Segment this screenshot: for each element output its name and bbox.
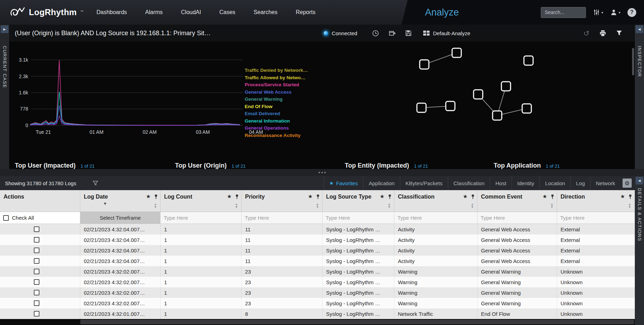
add-to-dashboard-button[interactable] <box>389 30 395 37</box>
inspector-toggle-button[interactable]: ◀ <box>636 25 643 33</box>
brand[interactable]: LogRhythm™ <box>0 6 91 18</box>
panel-resize-handle[interactable] <box>0 169 644 176</box>
grid-tab-location[interactable]: Location <box>539 176 570 190</box>
star-icon[interactable]: ★ <box>463 193 468 200</box>
log-row[interactable]: 02/21/2023 4:32:02.007…123Syslog - LogRh… <box>0 266 635 277</box>
row-checkbox[interactable] <box>34 311 39 317</box>
grid-tab-kbytes-packets[interactable]: KBytes/Packets <box>400 176 448 190</box>
graph-node[interactable] <box>501 82 511 91</box>
horizontal-scrollbar[interactable] <box>0 319 635 325</box>
sort-arrows[interactable]: ▲▼ <box>235 203 238 208</box>
filter-input[interactable]: Type Here <box>394 212 477 224</box>
pin-icon[interactable] <box>550 194 555 199</box>
user-menu-button[interactable]: ▾ <box>610 9 620 16</box>
filter-button[interactable] <box>616 30 622 36</box>
time-range-button[interactable] <box>372 30 379 37</box>
row-checkbox[interactable] <box>34 226 39 232</box>
nav-item-cloudai[interactable]: CloudAI <box>181 9 201 15</box>
graph-node[interactable] <box>420 60 429 69</box>
log-row[interactable]: 02/21/2023 4:32:02.007…123Syslog - LogRh… <box>0 298 635 308</box>
filter-input[interactable]: Type Here <box>477 212 557 224</box>
row-checkbox[interactable] <box>34 279 39 285</box>
log-row[interactable]: 02/21/2023 4:32:04.007…111Syslog - LogRh… <box>0 245 635 256</box>
details-actions-panel-tab[interactable]: ◀ DETAILS & ACTIONS <box>635 176 644 325</box>
graph-node[interactable] <box>524 56 533 65</box>
graph-node[interactable] <box>522 104 531 113</box>
grid-tab-host[interactable]: Host <box>490 176 512 190</box>
column-header-log-source-type[interactable]: Log Source Type★▲▼ <box>323 190 394 212</box>
nav-item-cases[interactable]: Cases <box>219 9 235 15</box>
column-header-log-count[interactable]: Log Count★▲▼ <box>161 190 242 212</box>
pin-icon[interactable] <box>316 194 320 199</box>
legend-item-general-information[interactable]: General Information <box>245 118 308 125</box>
preferences-button[interactable]: ▾ <box>593 9 603 16</box>
grid-filter-button[interactable] <box>93 181 98 186</box>
graph-node[interactable] <box>493 111 502 120</box>
filter-log-date[interactable]: Select Timeframe <box>80 212 161 224</box>
legend-item-reconnaissance-activity[interactable]: Reconnaissance Activity <box>245 132 308 139</box>
log-row[interactable]: 02/21/2023 4:32:02.007…123Syslog - LogRh… <box>0 277 635 287</box>
current-case-toggle-button[interactable]: ▶ <box>1 25 8 33</box>
legend-item-traffic-allowed-by-netwo[interactable]: Traffic Allowed by Netwo… <box>245 74 308 82</box>
sort-arrows[interactable]: ▲▼ <box>471 203 474 208</box>
sort-arrows[interactable]: ▲▼ <box>388 203 391 208</box>
row-checkbox[interactable] <box>34 258 39 264</box>
pin-icon[interactable] <box>471 194 475 199</box>
graph-node[interactable] <box>417 103 426 112</box>
sort-arrows[interactable]: ▲▼ <box>628 203 631 208</box>
legend-item-traffic-denied-by-network[interactable]: Traffic Denied by Network… <box>245 67 308 74</box>
search-input[interactable] <box>541 7 586 18</box>
legend-item-general-operations[interactable]: General Operations <box>245 125 308 132</box>
nav-item-dashboards[interactable]: Dashboards <box>96 9 127 15</box>
filter-input[interactable]: Type Here <box>323 212 394 224</box>
column-header-priority[interactable]: Priority★▲▼ <box>242 190 323 212</box>
vertical-scrollbar[interactable] <box>632 48 634 75</box>
horizontal-scrollbar-handle[interactable] <box>80 320 634 324</box>
grid-tab-application[interactable]: Application <box>363 176 400 190</box>
log-row[interactable]: 02/21/2023 4:32:04.007…111Syslog - LogRh… <box>0 235 635 245</box>
filter-input[interactable]: Type Here <box>242 212 323 224</box>
check-all-checkbox[interactable] <box>3 215 9 221</box>
layout-selector[interactable]: Default-Analyze <box>423 30 470 36</box>
graph-node[interactable] <box>446 101 455 111</box>
star-icon[interactable]: ★ <box>146 193 151 200</box>
row-checkbox[interactable] <box>34 237 39 243</box>
star-icon[interactable]: ★ <box>380 193 384 200</box>
sort-arrows[interactable]: ▲▼ <box>550 203 554 208</box>
grid-tab-log[interactable]: Log <box>570 176 590 190</box>
nav-item-alarms[interactable]: Alarms <box>145 9 163 15</box>
log-row[interactable]: 02/21/2023 4:32:01.007…18Syslog - LogRhy… <box>0 308 635 319</box>
top-panel-link[interactable]: 1 of 21 <box>546 163 560 169</box>
column-header-classification[interactable]: Classification★▲▼ <box>394 190 477 212</box>
top-panel-link[interactable]: 1 of 21 <box>232 163 246 169</box>
graph-node[interactable] <box>452 48 461 57</box>
sort-arrows[interactable]: ▲▼ <box>154 203 157 208</box>
legend-item-general-warning[interactable]: General Warning <box>245 96 308 103</box>
log-row[interactable]: 02/21/2023 4:32:04.007…111Syslog - LogRh… <box>0 256 635 266</box>
entity-node-graph[interactable] <box>396 42 594 130</box>
nav-item-searches[interactable]: Searches <box>254 9 277 15</box>
legend-item-process-service-started[interactable]: Process/Service Started <box>245 81 308 89</box>
top-panel-link[interactable]: 1 of 21 <box>81 163 95 169</box>
legend-item-end-of-flow[interactable]: End Of Flow <box>245 103 308 111</box>
star-icon[interactable]: ★ <box>620 193 625 200</box>
top-panel-link[interactable]: 1 of 21 <box>414 163 428 169</box>
filter-input[interactable]: Type Here <box>557 212 635 224</box>
log-row[interactable]: 02/21/2023 4:32:04.007…111Syslog - LogRh… <box>0 224 635 235</box>
column-header-log-date[interactable]: Log Date★▲▼▼ <box>80 190 161 212</box>
tab-analyze[interactable]: Analyze <box>425 7 459 18</box>
pin-icon[interactable] <box>235 194 239 199</box>
details-actions-toggle-button[interactable]: ◀ <box>636 177 643 185</box>
legend-item-email-delivered[interactable]: Email Delivered <box>245 110 308 118</box>
save-button[interactable] <box>405 30 412 36</box>
pin-icon[interactable] <box>628 194 632 199</box>
grid-tab-network[interactable]: Network <box>590 176 620 190</box>
row-checkbox[interactable] <box>34 248 39 253</box>
current-case-panel-tab[interactable]: CURRENT CASE <box>0 42 9 169</box>
grid-tab-identity[interactable]: Identity <box>512 176 539 190</box>
star-icon[interactable]: ★ <box>543 193 547 200</box>
pin-icon[interactable] <box>388 194 392 199</box>
grid-tab-favorites[interactable]: ★Favorites <box>324 176 363 190</box>
filter-input[interactable]: Type Here <box>161 212 242 224</box>
column-header-direction[interactable]: Direction★▲▼ <box>557 190 635 212</box>
